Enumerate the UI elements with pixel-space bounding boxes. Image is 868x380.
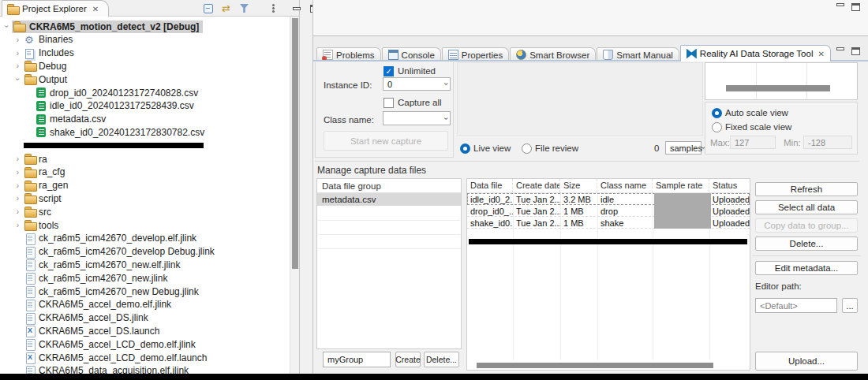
table-cell: shake_id0... xyxy=(467,217,513,228)
tree-item[interactable]: ck_ra6m5_icm42670_new.elf.jlink xyxy=(0,258,290,271)
tree-item[interactable]: ›src xyxy=(0,205,290,218)
column-header[interactable]: Status xyxy=(709,179,750,192)
file-review-radio[interactable] xyxy=(522,143,532,154)
minimize-icon[interactable] xyxy=(836,47,844,50)
tree-item[interactable]: shake_id0_20240123172830782.csv xyxy=(0,125,290,139)
close-icon[interactable]: ✕ xyxy=(817,50,824,58)
column-header[interactable]: Create date xyxy=(513,179,560,192)
live-view-radio[interactable] xyxy=(460,143,470,154)
expand-arrow-icon[interactable]: › xyxy=(13,61,23,70)
tree-item-body: CKRA6M5_accel_DS.launch xyxy=(23,325,163,337)
refresh-label: Refresh xyxy=(791,184,822,194)
link-with-editor-icon[interactable]: ⇄ xyxy=(220,2,232,14)
console-icon xyxy=(388,50,398,60)
group-name-input[interactable] xyxy=(323,352,391,367)
start-new-capture-button[interactable]: Start new capture xyxy=(324,131,448,151)
expand-arrow-icon[interactable]: › xyxy=(13,221,23,229)
tree-item[interactable]: CKRA6M5_accel_demo.elf.jlink xyxy=(0,298,290,311)
project-explorer-view: Project Explorer ✕ − ⇄ ›CKRA6M5_motion_d… xyxy=(0,0,300,374)
plot-scrollbar[interactable] xyxy=(726,85,830,91)
edit-metadata-button[interactable]: Edit metadata... xyxy=(755,261,858,275)
column-header[interactable]: Data file xyxy=(467,179,513,192)
filter-icon[interactable] xyxy=(238,2,250,14)
expand-arrow-icon[interactable]: › xyxy=(13,74,22,84)
doc-icon xyxy=(24,286,36,296)
upload-button[interactable]: Upload... xyxy=(755,352,858,371)
close-icon[interactable]: ✕ xyxy=(92,5,99,13)
column-header[interactable]: Size xyxy=(560,179,597,192)
collapse-all-icon[interactable]: − xyxy=(202,2,214,14)
project-tree-scrollbar[interactable] xyxy=(290,17,299,374)
tree-item[interactable]: CKRA6M5_accel_LCD_demo.elf.launch xyxy=(0,351,290,364)
expand-arrow-icon[interactable]: › xyxy=(13,207,23,216)
column-header[interactable]: Sample rate xyxy=(653,179,709,192)
scrollbar-thumb[interactable] xyxy=(292,18,298,269)
tree-item-label: idle_id0_20240123172528439.csv xyxy=(50,100,194,111)
copy-data-to-group-button[interactable]: Copy data to group... xyxy=(755,218,858,233)
table-scrollbar[interactable] xyxy=(477,363,713,368)
tree-item[interactable]: ›Includes xyxy=(0,47,290,60)
editor-path-field[interactable]: <Default> xyxy=(755,298,837,313)
instance-id-dropdown[interactable]: 0 › xyxy=(383,77,451,91)
column-header[interactable]: Class name xyxy=(597,179,653,192)
tree-item[interactable]: CKRA6M5_data_acquisition.elf.jlink xyxy=(0,364,290,374)
expand-arrow-icon[interactable]: › xyxy=(2,21,11,32)
tree-item[interactable]: ›ra_cfg xyxy=(0,166,290,179)
maximize-icon[interactable] xyxy=(851,3,860,11)
bottom-panel-tabs: ProblemsConsolePropertiesSmart BrowserSm… xyxy=(316,45,832,61)
tree-item[interactable]: ›ra xyxy=(0,152,290,166)
capture-all-label: Capture all xyxy=(398,98,442,107)
tab-reality-ai-data-storage-tool[interactable]: Reality AI Data Storage Tool✕ xyxy=(680,45,831,61)
browse-button[interactable]: ... xyxy=(842,298,858,313)
tree-item[interactable]: ›tools xyxy=(0,218,290,232)
min-value: -128 xyxy=(808,138,825,147)
maximize-icon[interactable] xyxy=(851,47,860,55)
expand-arrow-icon[interactable]: › xyxy=(13,35,23,44)
capture-all-checkbox[interactable] xyxy=(383,98,394,108)
group-row[interactable]: metadata.csv xyxy=(317,193,461,206)
min-field[interactable]: -128 xyxy=(803,136,852,149)
tree-item[interactable]: drop_id0_20240123172740828.csv xyxy=(0,86,290,99)
fixed-scale-radio[interactable] xyxy=(712,122,722,132)
project-explorer-tabbar: Project Explorer ✕ − ⇄ xyxy=(0,0,299,17)
expand-arrow-icon[interactable]: › xyxy=(13,49,23,58)
tree-item[interactable]: ck_ra6m5_icm42670_develop.elf.jlink xyxy=(0,232,290,245)
tree-item[interactable]: metadata.csv xyxy=(0,113,290,126)
tree-item[interactable]: ›Binaries xyxy=(0,33,290,47)
expand-arrow-icon[interactable]: › xyxy=(13,181,23,190)
tree-item[interactable]: ›script xyxy=(0,192,290,205)
tree-item[interactable]: CKRA6M5_accel_LCD_demo.elf.jlink xyxy=(0,337,290,351)
view-menu-icon[interactable] xyxy=(268,2,279,14)
tree-item[interactable]: ›Debug xyxy=(0,59,290,73)
sample-unit-dropdown[interactable]: samples › xyxy=(665,141,702,155)
tree-item[interactable]: idle_id0_20240123172528439.csv xyxy=(0,99,290,113)
tree-item[interactable]: ck_ra6m5_icm42670_new Debug.jlink xyxy=(0,285,290,298)
select-all-data-button[interactable]: Select all data xyxy=(755,200,858,214)
minimize-icon[interactable] xyxy=(290,2,302,14)
csv-icon xyxy=(36,101,47,111)
unlimited-checkbox[interactable] xyxy=(383,66,394,76)
create-group-button[interactable]: Create xyxy=(395,352,421,367)
tree-item[interactable]: ›ra_gen xyxy=(0,179,290,192)
minimize-icon[interactable] xyxy=(836,3,844,6)
tree-item[interactable]: CKRA6M5_accel_DS.launch xyxy=(0,324,290,337)
tree-item-label: ck_ra6m5_icm42670_new.jlink xyxy=(39,273,167,284)
doc-icon xyxy=(24,247,36,257)
tree-item[interactable]: ck_ra6m5_icm42670_develop Debug.jlink xyxy=(0,245,290,259)
tree-item[interactable]: ›CKRA6M5_motion_detect_v2 [Debug] xyxy=(0,20,290,33)
expand-arrow-icon[interactable]: › xyxy=(13,155,23,163)
tree-item-label: ra_gen xyxy=(39,180,68,191)
tree-item[interactable]: ck_ra6m5_icm42670_new.jlink xyxy=(0,271,290,285)
refresh-button[interactable]: Refresh xyxy=(755,182,858,196)
tree-item[interactable]: ›Output xyxy=(0,73,290,86)
max-field[interactable]: 127 xyxy=(730,136,776,149)
class-name-dropdown[interactable]: › xyxy=(383,111,451,125)
tree-item[interactable]: CKRA6M5_accel_DS.jlink xyxy=(0,311,290,325)
problems-icon xyxy=(323,50,333,60)
tab-project-explorer[interactable]: Project Explorer ✕ xyxy=(2,0,109,17)
delete-data-button[interactable]: Delete... xyxy=(755,237,858,251)
expand-arrow-icon[interactable]: › xyxy=(13,168,23,177)
delete-group-button[interactable]: Delete... xyxy=(424,352,459,367)
expand-arrow-icon[interactable]: › xyxy=(13,194,23,203)
auto-scale-radio[interactable] xyxy=(712,108,722,118)
